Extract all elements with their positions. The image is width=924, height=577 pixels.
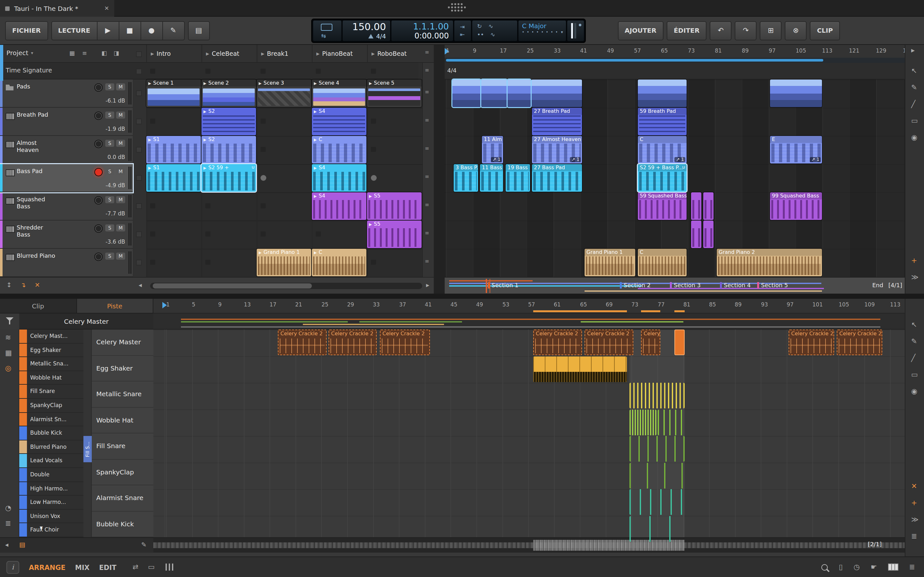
timeline-clip[interactable] [658, 410, 685, 435]
empty-clip-slot[interactable] [371, 69, 376, 74]
mixer-icon[interactable] [164, 564, 174, 571]
solo-button[interactable]: S [105, 140, 114, 147]
row-drag-handle[interactable]: ≡ [425, 68, 429, 73]
solo-button[interactable]: S [105, 196, 114, 203]
empty-clip-slot[interactable] [260, 203, 266, 208]
empty-clip-slot[interactable] [260, 175, 266, 181]
launcher-clip[interactable]: ▶ Scene 2 [202, 79, 256, 107]
time-value[interactable]: 0:00.000 [391, 31, 453, 40]
key-display[interactable]: C Major • • • • • • • •▾ [518, 20, 565, 41]
timeline-clip[interactable] [674, 330, 685, 355]
time-signature-value[interactable]: 4/4 [376, 32, 386, 39]
solo-button[interactable]: S [105, 253, 114, 259]
empty-clip-slot[interactable] [205, 203, 210, 208]
empty-clip-slot[interactable] [150, 69, 155, 74]
edit-tab[interactable]: EDIT [99, 563, 116, 571]
master-track-header[interactable]: Celery Master [19, 314, 153, 330]
clip-stop-button[interactable] [136, 231, 142, 237]
arm-button[interactable] [94, 168, 103, 176]
arranger-clip[interactable] [507, 79, 531, 107]
arranger-clip[interactable]: Grand Piano 2 [717, 249, 822, 276]
clip-play-icon[interactable]: ▶ [314, 165, 317, 170]
solo-button[interactable]: S [105, 224, 114, 231]
clip-stop-button[interactable] [136, 119, 142, 124]
launcher-clip[interactable]: ▶ Scene 5 [367, 79, 422, 107]
selected-lane-label[interactable]: Fill S... [83, 436, 92, 462]
dual-display-icon[interactable]: ⇄ [132, 563, 138, 571]
file-icon[interactable]: ▯ [838, 563, 843, 571]
arm-button[interactable] [94, 253, 103, 261]
clip-play-icon[interactable]: ▶ [314, 250, 317, 255]
mute-button[interactable]: M [116, 140, 125, 147]
grid-view-icon[interactable]: ▦ [69, 50, 75, 56]
chevron-down-icon[interactable]: ▾ [40, 524, 43, 531]
mute-button[interactable]: M [116, 83, 125, 90]
launcher-clip[interactable]: ▶ C [312, 136, 367, 163]
scene-header[interactable]: ▶ Break1 [257, 45, 312, 62]
arm-button[interactable] [94, 140, 103, 148]
launcher-clip[interactable]: ▶ Grand Piano 1 [257, 249, 311, 276]
arranger-clip[interactable]: 27 Almost Heaven 1 [532, 136, 582, 163]
mute-button[interactable]: M [116, 111, 125, 119]
overdub-button[interactable]: ▤ [188, 21, 210, 40]
clip-play-icon[interactable]: ▶ [148, 137, 151, 142]
clip-stop-button[interactable] [136, 175, 142, 181]
clip-stop-button[interactable] [136, 259, 142, 266]
display-mode-block[interactable]: ⇆ [313, 20, 341, 41]
clip-play-icon[interactable]: ▶ [369, 193, 372, 198]
mute-button[interactable]: M [116, 196, 125, 203]
list-view-icon[interactable]: ≡ [82, 50, 87, 56]
eraser-tool-icon[interactable]: ▭ [911, 371, 918, 379]
empty-clip-slot[interactable] [260, 231, 266, 237]
pointer-tool-icon[interactable]: ↖ [911, 67, 917, 75]
tempo-display[interactable]: 150.00 4/4 [342, 20, 390, 41]
close-panel-icon[interactable]: ✕ [911, 482, 917, 490]
clip-play-icon[interactable]: ▶ [258, 81, 262, 85]
arranger-clip[interactable] [452, 79, 481, 107]
empty-clip-slot[interactable] [205, 259, 210, 265]
zoom-to-fit-icon[interactable]: + [911, 256, 917, 265]
arranger-clip[interactable]: 3 Bass P... [454, 164, 478, 192]
mute-button[interactable]: M [116, 253, 125, 259]
audio-overview-strip[interactable]: [2/1] [153, 537, 905, 553]
resize-rows-icon[interactable]: ↕ [6, 282, 12, 288]
tempo-value[interactable]: 150.00 [342, 20, 390, 32]
solo-button[interactable]: S [105, 168, 114, 175]
clip-play-icon[interactable]: ▶ [204, 109, 206, 113]
arm-button[interactable] [94, 196, 103, 205]
launcher-clip[interactable]: ▶ S1 [146, 164, 201, 192]
track-volume[interactable]: -1.9 dB [105, 126, 125, 132]
empty-clip-slot[interactable] [371, 175, 376, 181]
row-drag-handle[interactable]: ≡ [425, 118, 429, 123]
empty-clip-slot[interactable] [371, 147, 376, 152]
launcher-clip[interactable]: ▶ S2 [202, 108, 256, 135]
empty-clip-slot[interactable] [150, 203, 155, 208]
arranger-clip[interactable]: S2 59 + Bass P... ∪ [638, 164, 687, 192]
arranger-clip[interactable]: 59 Squashed Bass [638, 192, 687, 220]
track-row[interactable]: Pads S M -6.1 dB [0, 79, 133, 108]
empty-clip-slot[interactable] [260, 69, 266, 74]
arranger-clip[interactable]: 19 Bass [506, 164, 530, 192]
empty-clip-slot[interactable] [371, 119, 376, 124]
clip-play-icon[interactable]: ▶ [314, 81, 317, 85]
empty-clip-slot[interactable] [316, 69, 321, 74]
knife-tool-icon[interactable]: ╱ [911, 354, 915, 362]
timeline-clip[interactable] [630, 436, 685, 462]
row-drag-handle[interactable]: ≡ [425, 146, 429, 151]
scene-play-icon[interactable]: ▶ [261, 51, 264, 56]
expand-panel-icon[interactable]: ≫ [911, 273, 919, 282]
timeline-clip[interactable]: Celery [641, 330, 660, 355]
file-menu-button[interactable]: FICHIER [5, 21, 48, 40]
clip-play-icon[interactable]: ▶ [258, 250, 262, 255]
arranger-clip[interactable]: C 1 [638, 136, 687, 163]
timeline-clip[interactable] [630, 516, 685, 542]
scrollbar-thumb[interactable] [153, 284, 312, 288]
window-divider[interactable] [0, 293, 924, 299]
touch-icon[interactable]: ☛ [871, 563, 877, 571]
empty-clip-slot[interactable] [205, 69, 210, 74]
clip-play-icon[interactable]: ▶ [314, 193, 317, 198]
timeline-clip[interactable]: Celery Crackle 2 [380, 330, 430, 355]
track-row[interactable]: Squashed Bass S M -7.7 dB [0, 192, 133, 221]
clip-stop-button[interactable] [136, 203, 142, 209]
track-volume[interactable]: 0.0 dB [107, 154, 125, 160]
